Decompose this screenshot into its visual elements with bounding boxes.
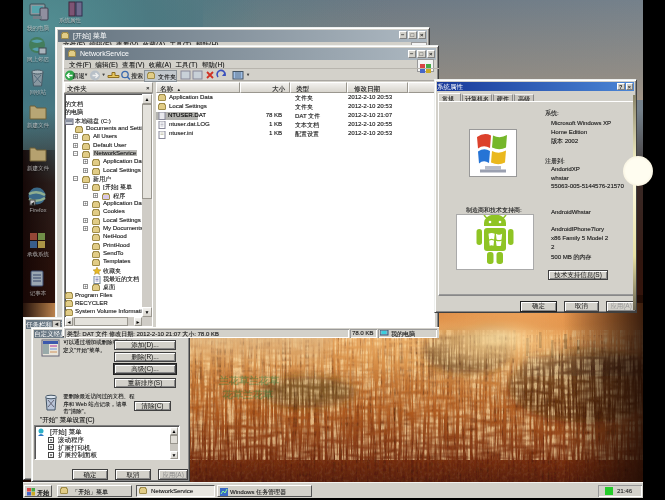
svg-text:花草兰花草: 花草兰花草 — [222, 389, 273, 400]
svg-text:兰花草兰花草: 兰花草兰花草 — [218, 375, 279, 386]
